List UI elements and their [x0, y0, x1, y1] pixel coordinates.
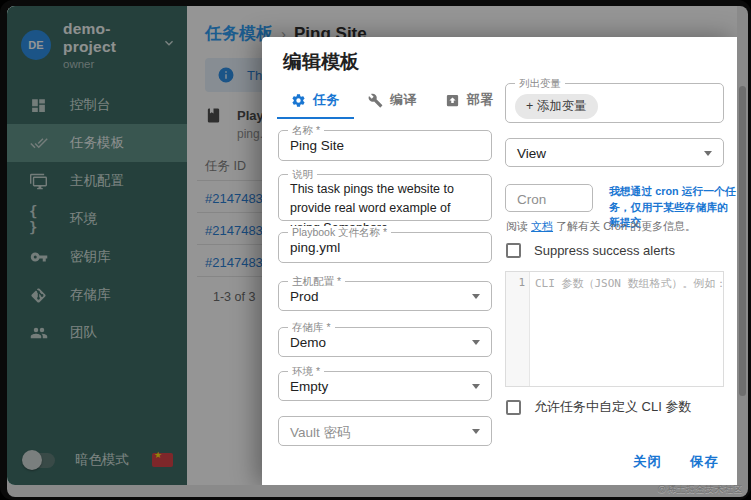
wrench-icon — [368, 93, 383, 108]
vault-password-placeholder: Vault 密码 — [279, 417, 491, 442]
environment-select[interactable]: 环境 * Empty — [278, 371, 492, 401]
description-field[interactable]: 说明 This task pings the website to provid… — [278, 174, 492, 221]
checkbox-icon — [506, 243, 521, 258]
deploy-box-icon — [445, 93, 460, 108]
tab-label: 部署 — [467, 91, 494, 109]
app-window: @稀土掘金技术社区 DE demo-project owner — [0, 0, 751, 500]
editor-placeholder: CLI 参数（JSON 数组格式）。例如：[ "- — [530, 272, 723, 386]
allow-cli-label: 允许任务中自定义 CLI 参数 — [534, 398, 691, 416]
cli-args-editor[interactable]: 1 CLI 参数（JSON 数组格式）。例如：[ "- — [505, 271, 724, 387]
survey-vars-fieldset: 列出变量 + 添加变量 — [505, 83, 724, 123]
suppress-alerts-checkbox-row[interactable]: Suppress success alerts — [506, 243, 675, 258]
chevron-down-icon — [472, 340, 480, 345]
inventory-select[interactable]: 主机配置 * Prod — [278, 281, 492, 311]
add-variable-chip[interactable]: + 添加变量 — [515, 94, 598, 119]
page-scrollbar[interactable] — [739, 86, 746, 396]
allow-cli-checkbox-row[interactable]: 允许任务中自定义 CLI 参数 — [506, 398, 691, 416]
dialog-actions: 关闭 保存 — [633, 453, 719, 471]
tab-task[interactable]: 任务 — [277, 81, 354, 119]
checkbox-icon — [506, 400, 521, 415]
edit-template-dialog: 编辑模板 任务 编译 部署 — [262, 37, 737, 485]
window-frame: @稀土掘金技术社区 DE demo-project owner — [7, 6, 748, 497]
tab-label: 任务 — [313, 91, 340, 109]
chevron-down-icon — [704, 151, 712, 156]
chevron-down-icon — [472, 429, 480, 434]
close-button[interactable]: 关闭 — [633, 453, 662, 471]
tab-deploy[interactable]: 部署 — [431, 81, 508, 119]
chevron-down-icon — [472, 384, 480, 389]
tab-label: 编译 — [390, 91, 417, 109]
cron-note: 阅读 文档 了解有关 Cron 的更多信息。 — [506, 219, 696, 234]
view-value: View — [506, 139, 723, 161]
vault-password-select[interactable]: Vault 密码 — [278, 416, 492, 446]
save-button[interactable]: 保存 — [690, 453, 719, 471]
suppress-alerts-label: Suppress success alerts — [534, 243, 675, 258]
app-surface: DE demo-project owner 控制台 — [7, 6, 737, 485]
chevron-down-icon — [472, 294, 480, 299]
cron-input[interactable]: Cron — [505, 184, 593, 212]
dialog-title: 编辑模板 — [283, 49, 359, 75]
dialog-tabs: 任务 编译 部署 — [277, 81, 508, 119]
editor-line-number: 1 — [506, 272, 530, 386]
docs-link[interactable]: 文档 — [531, 220, 553, 232]
cron-placeholder: Cron — [506, 185, 592, 207]
tab-build[interactable]: 编译 — [354, 81, 431, 119]
name-field[interactable]: 名称 * Ping Site — [278, 130, 492, 161]
playbook-filename-field[interactable]: Playbook 文件名称 * ping.yml — [278, 232, 492, 263]
gear-icon — [291, 93, 306, 108]
view-select[interactable]: View — [505, 138, 724, 167]
repository-select[interactable]: 存储库 * Demo — [278, 327, 492, 357]
